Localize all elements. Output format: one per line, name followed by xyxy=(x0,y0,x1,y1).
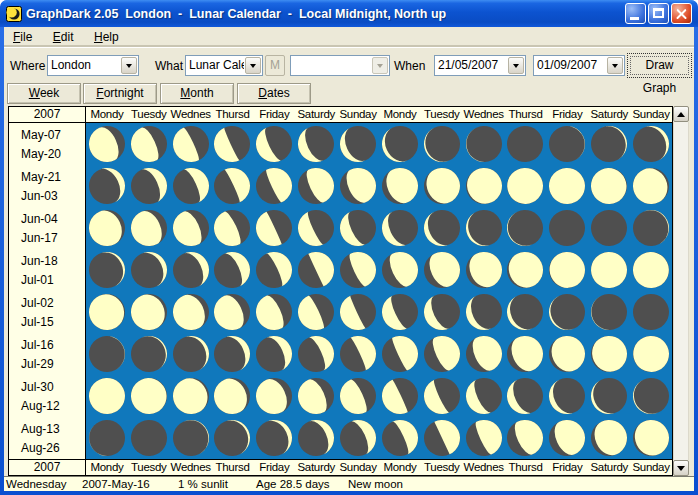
moon-phase xyxy=(254,334,294,374)
moon-cell xyxy=(505,207,547,249)
moon-cell xyxy=(128,123,170,165)
menu-edit[interactable]: Edit xyxy=(45,27,82,44)
chevron-down-icon xyxy=(250,64,256,68)
scroll-up-button[interactable] xyxy=(673,106,689,122)
moon-phase xyxy=(212,418,252,458)
moon-cell xyxy=(463,165,505,207)
year-label: 2007 xyxy=(9,460,86,475)
moon-phase xyxy=(171,208,211,248)
moon-phase xyxy=(296,166,336,206)
moon-phase xyxy=(87,124,127,164)
menu-file[interactable]: File xyxy=(5,27,40,44)
fortnight-button[interactable]: Fortnight xyxy=(83,83,157,104)
day-header: Sunday xyxy=(630,107,672,122)
moon-cell xyxy=(86,123,128,165)
moon-phase xyxy=(171,250,211,290)
moon-cell xyxy=(463,249,505,291)
moon-phase xyxy=(129,250,169,290)
moon-phase xyxy=(380,250,420,290)
moon-cell xyxy=(588,249,630,291)
moon-cell xyxy=(295,417,337,459)
dropdown-arrow-icon[interactable] xyxy=(508,57,524,74)
moon-cell xyxy=(337,207,379,249)
close-button[interactable] xyxy=(671,3,692,24)
dropdown-arrow-icon[interactable] xyxy=(121,57,137,74)
moon-cell xyxy=(546,291,588,333)
date-to-value: 01/09/2007 xyxy=(534,56,606,75)
moon-cell xyxy=(505,249,547,291)
moon-phase xyxy=(380,334,420,374)
maximize-button[interactable] xyxy=(648,3,669,24)
moon-cell xyxy=(86,207,128,249)
moon-cell xyxy=(337,291,379,333)
scroll-down-button[interactable] xyxy=(673,460,689,476)
moon-cell xyxy=(253,165,295,207)
day-header: Tuesdy xyxy=(128,107,170,122)
moon-phase xyxy=(505,166,545,206)
moon-phase xyxy=(296,334,336,374)
moon-cell xyxy=(421,123,463,165)
date-from-combobox[interactable]: 21/05/2007 xyxy=(434,55,526,76)
moon-phase xyxy=(631,334,671,374)
where-combobox[interactable]: London xyxy=(47,55,139,76)
moon-cell xyxy=(546,207,588,249)
moon-phase xyxy=(87,250,127,290)
dates-button[interactable]: Dates xyxy=(237,83,311,104)
moon-cell xyxy=(630,417,672,459)
row-label: Jul-02Jul-15 xyxy=(9,291,85,333)
moon-cell xyxy=(295,207,337,249)
scrollbar-track[interactable] xyxy=(673,122,689,460)
moon-cell xyxy=(379,333,421,375)
draw-graph-button[interactable]: Draw Graph xyxy=(627,53,692,78)
date-to-combobox[interactable]: 01/09/2007 xyxy=(533,55,625,76)
moon-cell xyxy=(546,375,588,417)
moon-cell xyxy=(588,375,630,417)
moon-cell xyxy=(128,333,170,375)
dropdown-arrow-icon[interactable] xyxy=(607,57,623,74)
moon-phase xyxy=(505,250,545,290)
day-header: Mondy xyxy=(86,107,128,122)
moon-cell xyxy=(212,291,254,333)
moon-phase xyxy=(129,208,169,248)
moon-cell xyxy=(505,375,547,417)
moon-cell xyxy=(379,207,421,249)
moon-phase xyxy=(422,166,462,206)
what-combobox[interactable]: Lunar Calen xyxy=(185,55,263,76)
week-button[interactable]: Week xyxy=(7,83,81,104)
title-bar[interactable]: GraphDark 2.05 London - Lunar Calendar -… xyxy=(0,0,698,27)
vertical-scrollbar[interactable] xyxy=(673,106,689,476)
moon-phase xyxy=(631,418,671,458)
moon-phase xyxy=(338,124,378,164)
minimize-button[interactable] xyxy=(625,3,646,24)
moon-phase xyxy=(212,376,252,416)
moon-cell xyxy=(546,165,588,207)
month-button[interactable]: Month xyxy=(160,83,234,104)
moon-phase xyxy=(505,376,545,416)
day-header: Tuesdy xyxy=(128,460,170,475)
secondary-combobox xyxy=(290,55,390,76)
menu-help[interactable]: Help xyxy=(86,27,127,44)
day-header: Saturdy xyxy=(588,107,630,122)
moon-cell xyxy=(630,123,672,165)
what-value: Lunar Calen xyxy=(186,56,244,75)
moon-cell xyxy=(86,249,128,291)
moon-cell xyxy=(379,249,421,291)
moon-cell xyxy=(337,249,379,291)
day-header: Thursd xyxy=(212,460,254,475)
moon-cell xyxy=(295,291,337,333)
moon-phase xyxy=(422,418,462,458)
day-header: Thursd xyxy=(505,460,547,475)
dropdown-arrow-icon[interactable] xyxy=(245,57,261,74)
moon-cell xyxy=(337,165,379,207)
moon-phase xyxy=(171,334,211,374)
moon-cell xyxy=(630,333,672,375)
moon-phase xyxy=(422,208,462,248)
moon-cell xyxy=(379,417,421,459)
moon-phase xyxy=(547,208,587,248)
moon-cell xyxy=(295,123,337,165)
moon-phase xyxy=(254,250,294,290)
where-value: London xyxy=(48,56,120,75)
moon-phase xyxy=(296,124,336,164)
day-header: Wednes xyxy=(170,460,212,475)
moon-cell xyxy=(253,375,295,417)
